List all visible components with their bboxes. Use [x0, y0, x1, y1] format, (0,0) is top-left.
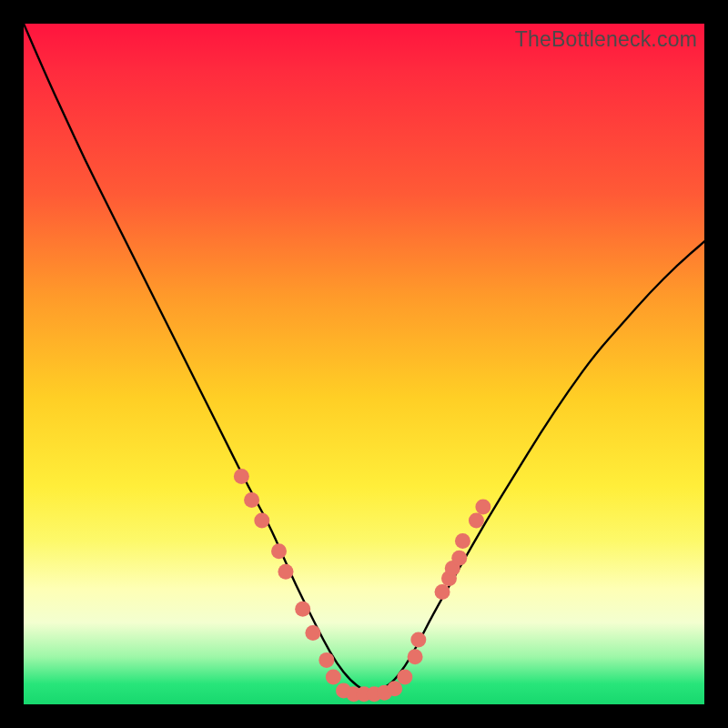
plot-area: TheBottleneck.com — [24, 24, 704, 704]
data-point — [435, 584, 450, 600]
data-point — [305, 625, 320, 641]
data-point — [278, 564, 293, 580]
data-point — [234, 469, 249, 484]
data-point — [244, 492, 259, 508]
data-point — [455, 533, 470, 549]
data-point — [295, 602, 310, 617]
bottleneck-chart — [24, 24, 704, 704]
data-point — [326, 670, 341, 685]
data-point — [387, 681, 402, 696]
data-point — [271, 543, 287, 559]
data-point — [410, 632, 426, 647]
data-point — [469, 513, 484, 529]
data-point — [408, 649, 423, 664]
data-point — [254, 513, 269, 529]
bottleneck-curve — [24, 24, 704, 691]
chart-frame: TheBottleneck.com — [0, 0, 728, 728]
data-point — [397, 670, 412, 685]
data-point — [475, 500, 490, 515]
data-point — [451, 551, 467, 566]
data-point — [318, 652, 334, 668]
